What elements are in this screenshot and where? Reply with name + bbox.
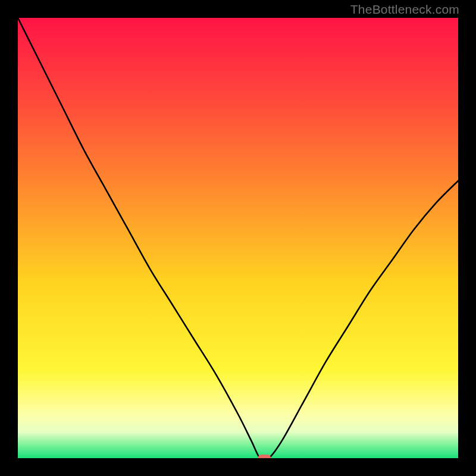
watermark-text: TheBottleneck.com xyxy=(350,2,459,17)
plot-area xyxy=(18,18,458,458)
optimal-marker xyxy=(258,455,271,458)
chart-svg xyxy=(18,18,458,458)
chart-frame: TheBottleneck.com xyxy=(0,0,476,476)
gradient-bg xyxy=(18,18,458,458)
